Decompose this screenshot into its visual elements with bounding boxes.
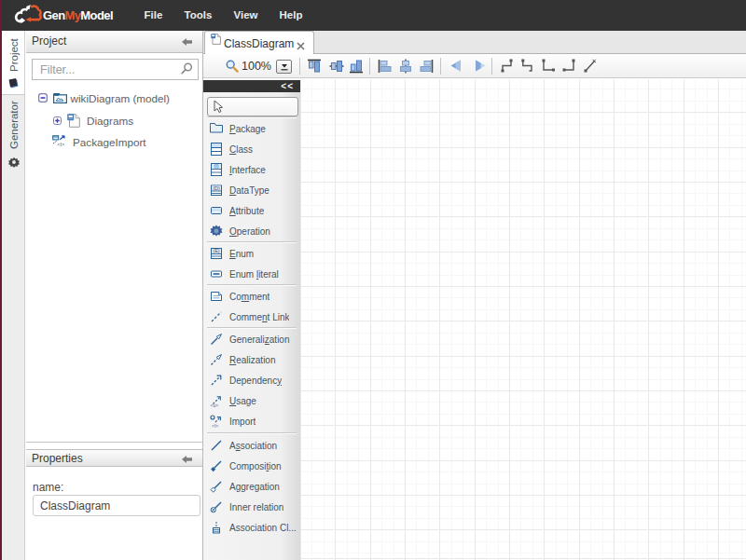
svg-text:(I): (I): [214, 163, 218, 169]
svg-text:<I>: <I>: [212, 423, 218, 429]
svg-text:(D): (D): [213, 185, 220, 191]
svg-text:<u>: <u>: [211, 403, 219, 408]
svg-text:(E): (E): [213, 248, 220, 253]
svg-text:<I>: <I>: [57, 142, 64, 147]
